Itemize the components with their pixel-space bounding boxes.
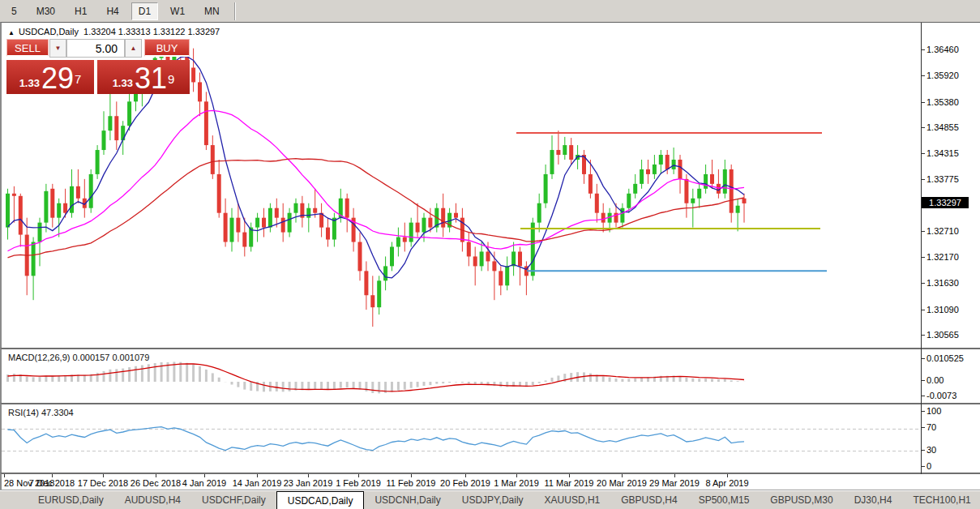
chart-tab-usdcad[interactable]: USDCAD,Daily — [276, 491, 365, 509]
main-chart-panel: ▲USDCAD,Daily 1.33204 1.33313 1.33122 1.… — [0, 22, 980, 348]
rsi-value: 47.3304 — [41, 408, 74, 417]
sell-price-display[interactable]: 1.33297 — [6, 60, 94, 94]
timeframe-button-m30[interactable]: M30 — [29, 2, 62, 20]
macd-values: 0.000157 0.001079 — [72, 353, 149, 362]
price-axis-label: 1.34315 — [927, 148, 959, 158]
price-axis-label: 1.35380 — [927, 97, 959, 107]
date-axis-tick — [674, 474, 675, 477]
date-axis-tick — [411, 474, 412, 477]
timeframe-button-d1[interactable]: D1 — [131, 2, 158, 20]
volume-increase-button[interactable]: ▲ — [125, 39, 142, 58]
date-axis-label: 11 Mar 2019 — [545, 478, 594, 488]
rsi-chart — [2, 404, 922, 474]
date-axis-tick — [308, 474, 309, 477]
sell-button[interactable]: SELL — [6, 39, 49, 57]
rsi-label: RSI(14) 47.3304 — [8, 408, 74, 417]
price-axis-label: 1.31630 — [927, 278, 959, 288]
price-axis-label: 1.32170 — [927, 252, 959, 262]
date-axis-label: 20 Mar 2019 — [597, 478, 647, 488]
date-axis-label: 11 Feb 2019 — [387, 478, 436, 488]
sell-price-big: 29 — [41, 65, 74, 92]
one-click-trading-panel: SELL ▼ ▲ BUY 1.33297 1.33319 — [6, 39, 190, 115]
date-axis-tick — [103, 474, 104, 477]
chart-symbol-label: USDCAD,Daily — [19, 27, 79, 36]
date-axis-label: 29 Mar 2019 — [649, 478, 700, 488]
chart-tab-tech100[interactable]: TECH100,H1 — [902, 490, 980, 509]
price-axis-label: 1.34855 — [927, 122, 959, 132]
rsi-axis-label: 30 — [927, 445, 936, 455]
price-axis-label: 1.31090 — [927, 305, 959, 314]
timeframe-button-h1[interactable]: H1 — [67, 2, 94, 20]
date-axis-label: 8 Apr 2019 — [705, 478, 748, 488]
date-axis: 28 Nov 20187 Dec 201817 Dec 201826 Dec 2… — [0, 473, 980, 490]
date-axis-label: 14 Jan 2019 — [233, 478, 282, 488]
sell-price-pip: 7 — [75, 67, 81, 92]
chart-tab-eurusd[interactable]: EURUSD,Daily — [28, 490, 114, 509]
buy-price-pip: 9 — [168, 67, 174, 92]
timeframe-button-h4[interactable]: H4 — [99, 2, 126, 20]
date-axis-tick — [204, 474, 205, 477]
date-axis-tick — [516, 474, 517, 477]
chart-tabs-bar: EURUSD,DailyAUDUSD,H4USDCHF,DailyUSDCAD,… — [0, 490, 980, 509]
macd-signal-line — [8, 364, 745, 391]
rsi-line — [8, 427, 745, 451]
price-axis-label: 1.33775 — [927, 174, 959, 184]
buy-button[interactable]: BUY — [144, 39, 190, 57]
price-axis-label: 1.30565 — [927, 330, 959, 340]
date-axis-tick — [4, 474, 5, 477]
volume-decrease-button[interactable]: ▼ — [49, 39, 66, 58]
collapse-panel-icon[interactable]: ▲ — [8, 29, 15, 36]
price-axis-label: 1.32710 — [927, 226, 959, 236]
current-price-tag: 1.33297 — [922, 197, 969, 208]
date-axis-tick — [52, 474, 53, 477]
price-axis-label: 1.35920 — [927, 71, 959, 80]
date-axis-tick — [622, 474, 623, 477]
buy-price-prefix: 1.33 — [113, 75, 133, 92]
buy-price-big: 31 — [135, 65, 167, 92]
date-axis-label: 23 Jan 2019 — [284, 478, 333, 488]
chart-tab-audusd[interactable]: AUDUSD,H4 — [114, 490, 191, 509]
price-axis-label: 1.36460 — [927, 45, 959, 54]
chart-tab-usdchf[interactable]: USDCHF,Daily — [191, 490, 276, 509]
date-axis-tick — [156, 474, 156, 477]
date-axis-label: 1 Mar 2019 — [494, 478, 539, 488]
chart-tab-gbpusd[interactable]: GBPUSD,H4 — [610, 490, 687, 509]
date-axis-tick — [257, 474, 258, 477]
chart-tab-dj30[interactable]: DJ30,H4 — [844, 490, 903, 509]
sell-price-prefix: 1.33 — [19, 75, 40, 92]
date-axis-tick — [727, 474, 728, 477]
chart-tab-usdjpy[interactable]: USDJPY,Daily — [451, 490, 534, 509]
rsi-axis-label: 70 — [927, 422, 936, 432]
macd-axis-label: 0.010525 — [927, 353, 964, 363]
macd-axis-label: -0.0073 — [927, 391, 956, 400]
date-axis-label: 17 Dec 2018 — [78, 478, 128, 488]
trading-platform-window: 5M30H1H4D1W1MN ▲USDCAD,Daily 1.33204 1.3… — [0, 0, 980, 509]
timeframe-button-w1[interactable]: W1 — [163, 2, 192, 20]
date-axis-label: 4 Jan 2019 — [182, 478, 226, 488]
volume-input[interactable] — [66, 39, 125, 58]
date-axis-tick — [358, 474, 359, 477]
date-axis-tick — [569, 474, 570, 477]
chart-title: ▲USDCAD,Daily 1.33204 1.33313 1.33122 1.… — [8, 27, 220, 36]
macd-label: MACD(12,26,9) 0.000157 0.001079 — [8, 353, 149, 362]
date-axis-label: 20 Feb 2019 — [440, 478, 490, 488]
rsi-axis-label: 0 — [927, 461, 931, 471]
chart-ohlc-values: 1.33204 1.33313 1.33122 1.33297 — [83, 27, 220, 36]
toolbar-separator — [234, 2, 235, 20]
buy-price-display[interactable]: 1.33319 — [97, 60, 190, 94]
price-axis-separator — [921, 23, 922, 474]
rsi-indicator-panel: RSI(14) 47.3304 — [0, 403, 980, 473]
timeframe-button-mn[interactable]: MN — [197, 2, 227, 20]
rsi-axis-label: 100 — [927, 406, 941, 416]
chart-tab-sp500[interactable]: SP500,M15 — [688, 490, 760, 509]
date-axis-tick — [465, 474, 466, 477]
macd-indicator-panel: MACD(12,26,9) 0.000157 0.001079 — [0, 348, 980, 403]
timeframe-toolbar: 5M30H1H4D1W1MN — [0, 0, 980, 22]
date-axis-label: 26 Dec 2018 — [131, 478, 181, 488]
timeframe-button-5[interactable]: 5 — [4, 2, 24, 20]
chart-tab-usdcnh[interactable]: USDCNH,Daily — [364, 490, 451, 509]
chart-tab-xauusd[interactable]: XAUUSD,H1 — [534, 490, 611, 509]
chart-tab-gbpusd[interactable]: GBPUSD,M30 — [760, 490, 843, 509]
date-axis-label: 1 Feb 2019 — [336, 478, 381, 488]
date-axis-label: 7 Dec 2018 — [29, 478, 75, 488]
